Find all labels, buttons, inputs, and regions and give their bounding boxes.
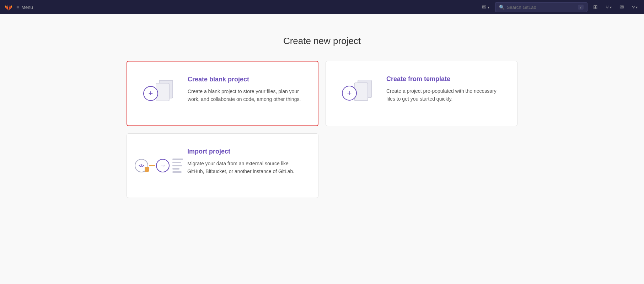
navbar: ≡ Menu ✉ ▾ 🔍 7 ⊞ ⑂ ▾ ✉ ? ▾ xyxy=(0,0,644,14)
merge-requests-button[interactable]: ⑂ ▾ xyxy=(603,4,614,10)
line-bar-1 xyxy=(172,159,183,160)
doc-badge-icon xyxy=(145,167,149,172)
page-title: Create new project xyxy=(283,36,361,47)
import-project-card[interactable]: </> → Import project Migrate xyxy=(127,133,318,198)
help-icon: ? xyxy=(632,4,635,10)
help-button[interactable]: ? ▾ xyxy=(630,4,640,10)
blank-project-icon: + xyxy=(143,77,175,109)
template-project-description: Create a project pre-populated with the … xyxy=(386,87,503,103)
template-project-text: Create from template Create a project pr… xyxy=(386,75,503,103)
notifications-caret: ▾ xyxy=(488,5,489,9)
import-project-title: Import project xyxy=(187,148,304,155)
gitlab-logo xyxy=(4,3,13,11)
main-content: Create new project + Create blank projec… xyxy=(0,14,644,212)
hamburger-icon: ≡ xyxy=(16,4,19,10)
create-button[interactable]: ⊞ xyxy=(591,4,600,10)
import-project-icon-area: </> → xyxy=(141,148,177,183)
template-project-icon: + xyxy=(342,77,374,109)
menu-label: Menu xyxy=(21,5,33,10)
blank-project-text: Create blank project Create a blank proj… xyxy=(188,76,304,103)
blank-project-icon-area: + xyxy=(141,76,177,111)
create-template-card[interactable]: + Create from template Create a project … xyxy=(326,61,517,126)
bell-icon: ✉ xyxy=(482,4,487,10)
line-bar-2 xyxy=(172,162,181,163)
search-icon: 🔍 xyxy=(499,5,505,10)
blank-project-description: Create a blank project to store your fil… xyxy=(188,87,304,103)
issues-button[interactable]: ✉ xyxy=(617,4,626,10)
project-options-grid: + Create blank project Create a blank pr… xyxy=(127,61,517,198)
search-input[interactable] xyxy=(507,5,576,10)
search-shortcut: 7 xyxy=(578,5,584,10)
import-project-text: Import project Migrate your data from an… xyxy=(187,148,304,176)
template-plus-circle-icon: + xyxy=(342,86,357,101)
blank-project-title: Create blank project xyxy=(188,76,304,83)
notifications-button[interactable]: ✉ ▾ xyxy=(480,4,492,10)
template-project-title: Create from template xyxy=(386,75,503,83)
create-icon: ⊞ xyxy=(593,4,598,10)
lines-icon xyxy=(172,159,183,173)
line-bar-5 xyxy=(172,171,182,173)
template-folder-icon xyxy=(354,80,374,106)
create-blank-card[interactable]: + Create blank project Create a blank pr… xyxy=(127,61,318,126)
import-project-description: Migrate your data from an external sourc… xyxy=(187,160,304,176)
template-project-icon-area: + xyxy=(340,75,376,111)
connector-line xyxy=(149,165,155,166)
folder-icon xyxy=(156,80,175,106)
line-bar-3 xyxy=(172,165,182,166)
line-bar-4 xyxy=(172,168,179,170)
merge-icon: ⑂ xyxy=(606,4,609,10)
import-icon: </> → xyxy=(135,159,183,173)
arrow-circle-icon: → xyxy=(156,159,170,172)
menu-button[interactable]: ≡ Menu xyxy=(16,4,33,10)
help-caret: ▾ xyxy=(636,5,638,9)
plus-circle-icon: + xyxy=(143,86,158,101)
search-bar: 🔍 7 xyxy=(495,2,587,12)
mr-caret: ▾ xyxy=(610,5,612,9)
issues-icon: ✉ xyxy=(619,4,624,10)
